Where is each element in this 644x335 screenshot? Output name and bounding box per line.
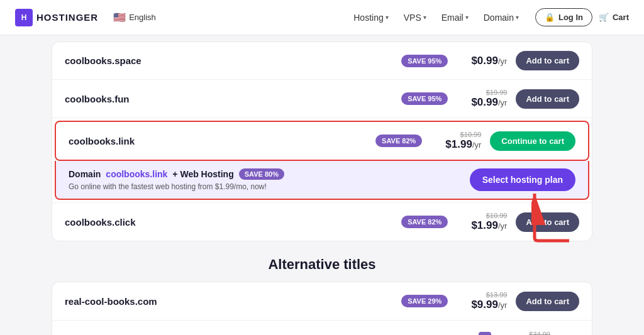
domain-name: coolbooks.link [69, 136, 375, 146]
price-original: $19.99 [486, 89, 508, 96]
language-label: English [129, 13, 156, 22]
navbar: H HOSTINGER 🇺🇸 English Hosting ▾ VPS ▾ E… [0, 0, 644, 35]
lock-icon: 🔒 [545, 13, 555, 22]
chevron-down-icon: ▾ [386, 14, 389, 21]
price-group: $19.99 $0.99/yr [457, 89, 507, 109]
bundle-desc: Go online with the fastest web hosting f… [69, 182, 293, 191]
add-to-cart-button[interactable]: Add to cart [516, 89, 579, 109]
price-group: $0.99/yr [457, 55, 507, 67]
save-badge: SAVE 82% [375, 135, 422, 147]
navbar-actions: 🔒 Log In 🛒 Cart [535, 8, 629, 26]
nav-hosting-label: Hosting [353, 13, 383, 23]
language-selector[interactable]: 🇺🇸 English [113, 11, 156, 23]
section-title: Alternative titles [52, 256, 592, 273]
logo-icon: H [15, 9, 33, 26]
logo[interactable]: H HOSTINGER [15, 9, 98, 26]
save-badge [479, 332, 491, 335]
price-original: $13.99 [486, 291, 508, 299]
price-current: $1.99/yr [445, 138, 481, 151]
bundle-prefix: Domain [69, 169, 101, 179]
cart-button[interactable]: 🛒 Cart [599, 13, 629, 22]
price-original: $34.99 [529, 331, 550, 335]
price-current: $0.99/yr [471, 96, 507, 109]
chevron-down-icon: ▾ [516, 14, 519, 21]
bundle-suffix: + Web Hosting [172, 169, 233, 179]
nav-email-label: Email [441, 13, 464, 23]
select-hosting-button[interactable]: Select hosting plan [470, 168, 575, 191]
domain-row-space: coolbooks.space SAVE 95% $0.99/yr Add to… [52, 42, 592, 80]
alt-results-card: real-cool-books.com SAVE 29% $13.99 $9.9… [52, 282, 592, 335]
bundle-row: Domain coolbooks.link + Web Hosting SAVE… [55, 161, 589, 200]
price-group: $13.99 $9.99/yr [457, 291, 507, 311]
price-group: $10.99 $1.99/yr [431, 131, 481, 151]
domain-name: coolbooks.click [65, 217, 401, 228]
continue-to-cart-button[interactable]: Continue to cart [490, 131, 575, 151]
cart-label: Cart [613, 13, 629, 22]
save-badge: SAVE 29% [401, 295, 448, 307]
price-current: $9.99/yr [471, 299, 507, 311]
save-badge: SAVE 95% [401, 92, 448, 105]
main-content: coolbooks.space SAVE 95% $0.99/yr Add to… [39, 35, 605, 335]
add-to-cart-button[interactable]: Add to cart [516, 292, 579, 311]
nav-menu: Hosting ▾ VPS ▾ Email ▾ Domain ▾ [347, 9, 525, 26]
logo-text: HOSTINGER [36, 12, 98, 23]
domain-row-real-cool-books: real-cool-books.com SAVE 29% $13.99 $9.9… [52, 282, 592, 321]
cart-icon: 🛒 [599, 13, 609, 22]
domain-name: real-cool-books.com [65, 296, 401, 307]
save-badge: SAVE 95% [401, 55, 448, 67]
domain-row-link: coolbooks.link SAVE 82% $10.99 $1.99/yr … [56, 122, 588, 160]
nav-vps[interactable]: VPS ▾ [397, 9, 433, 26]
domain-row-fun: coolbooks.fun SAVE 95% $19.99 $0.99/yr A… [52, 80, 592, 118]
add-to-cart-button[interactable]: Add to cart [516, 51, 579, 70]
nav-vps-label: VPS [404, 13, 421, 23]
add-to-cart-button[interactable]: Add to cart [516, 212, 579, 232]
bundle-link: coolbooks.link [106, 169, 167, 179]
price-original: $10.99 [486, 212, 508, 219]
price-group: $10.99 $1.99/yr [457, 212, 507, 232]
nav-email[interactable]: Email ▾ [435, 9, 475, 26]
price-original: $10.99 [460, 131, 482, 138]
domain-row-click: coolbooks.click SAVE 82% $10.99 $1.99/yr… [52, 202, 592, 241]
chevron-down-icon: ▾ [465, 14, 469, 21]
save-badge: SAVE 82% [401, 216, 448, 228]
flag-icon: 🇺🇸 [113, 11, 126, 23]
price-current: $1.99/yr [471, 219, 507, 232]
domain-name: coolbooks.fun [65, 94, 401, 104]
select-hosting-wrapper: Select hosting plan [470, 168, 575, 191]
nav-domain[interactable]: Domain ▾ [477, 9, 525, 26]
price-group: $34.99 [500, 331, 550, 335]
nav-hosting[interactable]: Hosting ▾ [347, 9, 394, 26]
domain-name: coolbooks.space [65, 55, 401, 66]
chevron-down-icon: ▾ [423, 14, 426, 21]
login-label: Log In [558, 13, 583, 22]
domain-row-partial: $34.99 [52, 321, 592, 335]
login-button[interactable]: 🔒 Log In [535, 8, 592, 26]
bundle-save-badge: SAVE 80% [239, 168, 284, 180]
nav-domain-label: Domain [484, 13, 514, 23]
results-card: coolbooks.space SAVE 95% $0.99/yr Add to… [52, 41, 592, 241]
price-current: $0.99/yr [471, 55, 507, 67]
bundle-title: Domain coolbooks.link + Web Hosting SAVE… [69, 168, 293, 180]
bundle-info: Domain coolbooks.link + Web Hosting SAVE… [69, 168, 293, 191]
